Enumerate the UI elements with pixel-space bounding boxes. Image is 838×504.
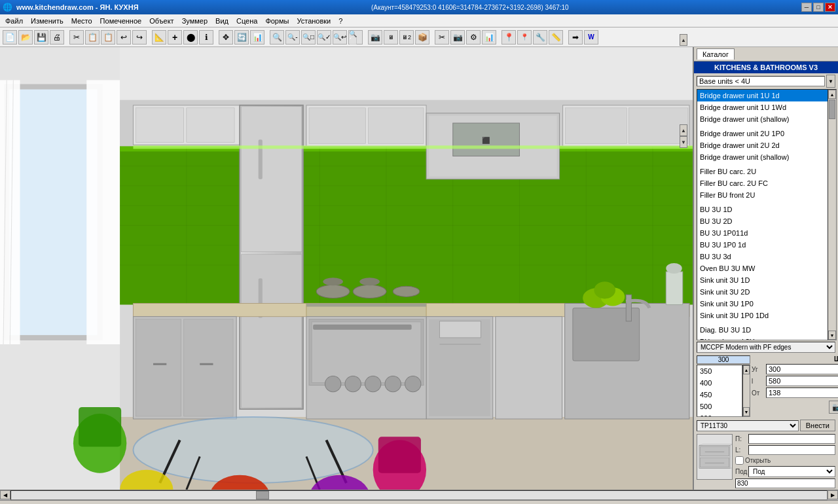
width-600[interactable]: 600 [697,412,742,417]
catalog-scroll-down-btn[interactable]: ▼ [828,331,836,340]
camera-button[interactable]: 📷 [368,30,382,45]
info-button[interactable]: ℹ [199,30,213,45]
catalog-item-9[interactable]: Filler BU carc. 2U FC [697,177,835,189]
catalog-item-19[interactable]: Sink unit 3U 2D [697,286,835,298]
p-input[interactable] [748,434,835,444]
sub-value-input[interactable] [735,478,835,488]
catalog-item-8[interactable]: Filler BU carc. 2U [697,166,835,177]
zoom-window-button[interactable]: 🔍⬜ [348,30,363,45]
catalog-item-17[interactable]: Oven BU 3U MW [697,262,835,274]
panel-scroll-mid[interactable]: ▲ [680,124,687,136]
catalog-item-0[interactable]: Bridge drawer unit 1U 1d [697,90,835,101]
h-scroll-left[interactable]: ◀ [0,490,10,499]
menu-place[interactable]: Место [67,16,96,26]
menu-view[interactable]: Вид [211,16,232,26]
maximize-button[interactable]: □ [813,3,824,12]
catalog-item-13[interactable]: BU 3U 2D [697,215,835,227]
ruler-button[interactable]: 📏 [549,30,563,45]
l-input[interactable] [766,376,838,386]
redo-button[interactable]: ↪ [132,30,147,45]
filter-dropdown-icon[interactable]: ▼ [826,75,835,88]
catalog-scroll-thumb[interactable] [829,99,835,119]
pin1-button[interactable]: 📍 [501,30,516,45]
zoom-prev-button[interactable]: 🔍↩ [333,30,347,45]
menu-object[interactable]: Объект [145,16,177,26]
box-button[interactable]: 📦 [415,30,429,45]
undo-button[interactable]: ↩ [117,30,131,45]
copy-button[interactable]: 📋 [85,30,100,45]
save-button[interactable]: 💾 [34,30,48,45]
move-button[interactable]: ✥ [219,30,233,45]
h-scroll-right[interactable]: ▶ [828,490,838,499]
width-scroll-up[interactable]: ▲ [743,365,750,374]
menu-zoom[interactable]: Зуммер [178,16,211,26]
menu-marked[interactable]: Помеченное [96,16,146,26]
catalog-item-15[interactable]: BU 3U 1P0 1d [697,239,835,251]
camera-icon-1[interactable]: 📷 [829,401,838,414]
cut2-button[interactable]: ✂ [435,30,449,45]
rotate-button[interactable]: 🔄 [234,30,249,45]
catalog-item-23[interactable]: Diag. BU 3U 1D [697,324,835,336]
zoom-all-button[interactable]: 🔍□ [301,30,316,45]
menu-forms[interactable]: Формы [261,16,293,26]
catalog-item-16[interactable]: BU 3U 3d [697,251,835,262]
add-button[interactable]: + [168,30,182,45]
profile-select[interactable]: МССРF Modern with PF edges [697,342,835,353]
width-400[interactable]: 400 [697,377,742,389]
catalog-item-5[interactable]: Bridge drawer unit 2U 2d [697,139,835,151]
menu-file[interactable]: Файл [1,16,27,26]
w-button[interactable]: W [584,30,598,45]
render-button[interactable]: 🖥 [384,30,398,45]
viewport[interactable]: ⬛ [0,47,693,490]
insert-select[interactable]: TP11T30 [697,420,799,431]
menu-help[interactable]: ? [335,16,346,26]
catalog-tab[interactable]: Каталог [697,48,735,60]
photo-button[interactable]: 📷 [450,30,465,45]
chart-button[interactable]: 📊 [250,30,264,45]
catalog-item-2[interactable]: Bridge drawer unit (shallow) [697,113,835,125]
width-350[interactable]: 350 [697,365,742,377]
open-button[interactable]: 📂 [18,30,33,45]
menu-settings[interactable]: Установки [293,16,335,26]
yr-input[interactable] [766,364,838,374]
arrow-button[interactable]: ➡ [568,30,583,45]
width-450[interactable]: 450 [697,389,742,401]
circle-button[interactable]: ⬤ [183,30,198,45]
catalog-item-6[interactable]: Bridge drawer unit (shallow) [697,151,835,163]
ot-input[interactable] [766,387,838,398]
catalog-item-24[interactable]: BU end panel 3U [697,336,835,340]
zoom-sel-button[interactable]: 🔍✓ [317,30,331,45]
print-button[interactable]: 🖨 [50,30,64,45]
catalog-item-21[interactable]: Sink unit 3U 1P0 1Dd [697,310,835,321]
l-input-preview[interactable] [748,445,835,455]
filter-input[interactable] [697,76,825,86]
catalog-item-18[interactable]: Sink unit 3U 1D [697,274,835,286]
new-button[interactable]: 📄 [3,30,17,45]
panel-scroll-down[interactable]: ▼ [680,136,687,148]
catalog-item-1[interactable]: Bridge drawer unit 1U 1Wd [697,101,835,113]
minimize-button[interactable]: ─ [801,3,812,12]
width-scroll-down[interactable]: ▼ [743,407,750,416]
zoom-in-button[interactable]: 🔍 [270,30,284,45]
catalog-scroll-up-btn[interactable]: ▲ [828,90,836,99]
cut-button[interactable]: ✂ [69,30,84,45]
measure-button[interactable]: 📐 [152,30,166,45]
insert-button[interactable]: Внести [800,420,835,431]
wrench-button[interactable]: 🔧 [533,30,547,45]
catalog-item-20[interactable]: Sink unit 3U 1P0 [697,298,835,310]
catalog-item-4[interactable]: Bridge drawer unit 2U 1P0 [697,128,835,139]
catalog-item-14[interactable]: BU 3U 1P011d [697,227,835,239]
menu-edit[interactable]: Изменить [27,16,67,26]
zoom-out-button[interactable]: 🔍- [285,30,300,45]
render2-button[interactable]: 🖥2 [399,30,414,45]
pin2-button[interactable]: 📍 [517,30,532,45]
catalog-item-10[interactable]: Filler BU front 2U [697,189,835,201]
paste-button[interactable]: 📋 [101,30,115,45]
panel-scroll-up[interactable]: ▲ [680,34,687,46]
menu-scene[interactable]: Сцена [232,16,261,26]
close-button[interactable]: ✕ [825,3,835,12]
open-checkbox[interactable] [735,456,744,465]
catalog-item-12[interactable]: BU 3U 1D [697,204,835,215]
h-scroll-thumb[interactable] [256,491,269,499]
barchart-button[interactable]: 📊 [482,30,496,45]
